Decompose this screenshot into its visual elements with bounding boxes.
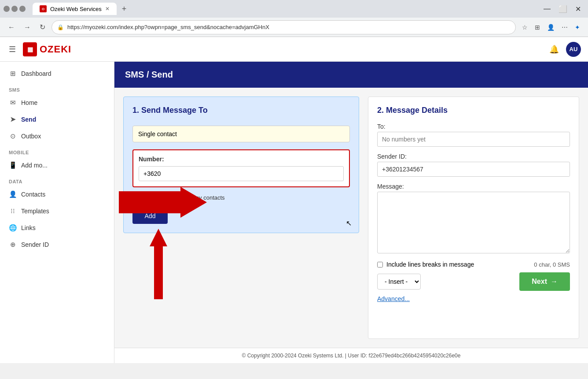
star-button[interactable]: ☆ (519, 22, 530, 33)
save-number-checkbox[interactable] (132, 195, 138, 201)
send-panel-wrapper: 1. Send Message To Single contact Multip… (123, 97, 359, 339)
address-bar[interactable]: 🔒 https://myozeki.com/index.php?owpn=pag… (51, 20, 516, 34)
content-area: SMS / Send (114, 62, 588, 363)
linebreaks-checkbox[interactable] (377, 262, 383, 268)
message-footer: Include lines breaks in message 0 char, … (377, 261, 570, 302)
refresh-button[interactable]: ↻ (37, 21, 48, 33)
number-input[interactable] (139, 166, 344, 181)
sidebar-item-links[interactable]: 🌐 Links (0, 219, 114, 236)
save-checkbox-row: Save this number to my contacts (132, 194, 350, 201)
char-count: 0 char, 0 SMS (534, 261, 570, 268)
sidebar-item-contacts[interactable]: 👤 Contacts (0, 186, 114, 203)
forward-button[interactable]: → (21, 22, 33, 33)
to-input[interactable] (377, 132, 570, 147)
browser-titlebar: O Ozeki Web Services ✕ + — ⬜ ✕ (0, 0, 588, 18)
add-mobile-icon: 📱 (9, 161, 17, 169)
sidebar-item-home-label: Home (21, 99, 37, 106)
minimize-button[interactable]: — (540, 3, 554, 15)
logo-icon: ▦ (23, 42, 37, 56)
window-controls: — ⬜ ✕ (540, 3, 584, 15)
lock-icon: 🔒 (57, 24, 64, 30)
linebreaks-row: Include lines breaks in message 0 char, … (377, 261, 570, 268)
copilot-button[interactable]: ✦ (572, 22, 583, 33)
number-group: Number: (132, 149, 350, 187)
sidebar-item-links-label: Links (21, 224, 36, 231)
dashboard-icon: ⊞ (9, 70, 17, 78)
main-layout: ⊞ Dashboard SMS ✉ Home ➤ Send ⊙ Outbox M… (0, 62, 588, 363)
sender-id-input[interactable] (377, 162, 570, 177)
tab-favicon: O (40, 5, 47, 12)
sidebar-item-outbox[interactable]: ⊙ Outbox (0, 128, 114, 145)
send-panel: 1. Send Message To Single contact Multip… (123, 97, 359, 233)
back-button[interactable]: ← (5, 22, 18, 33)
message-field-group: Message: (377, 183, 570, 255)
send-panel-title: 1. Send Message To (132, 106, 350, 115)
links-icon: 🌐 (9, 224, 17, 232)
extensions-button[interactable]: ⊞ (532, 22, 543, 33)
page-title: SMS / Send (125, 70, 173, 79)
mobile-section-label: Mobile (0, 145, 114, 157)
browser-tab[interactable]: O Ozeki Web Services ✕ (33, 3, 117, 15)
notifications-button[interactable]: 🔔 (548, 43, 561, 56)
sidebar-item-templates[interactable]: ⁝⁝ Templates (0, 203, 114, 219)
send-icon: ➤ (9, 115, 17, 123)
linebreaks-checkbox-group: Include lines breaks in message (377, 261, 474, 268)
page-header: SMS / Send (114, 62, 588, 88)
sender-id-label: Sender ID: (377, 153, 570, 160)
logo-text: OZEKI (40, 44, 71, 55)
tab-close-button[interactable]: ✕ (105, 6, 110, 12)
sender-id-field-group: Sender ID: (377, 153, 570, 177)
save-number-label: Save this number to my contacts (142, 194, 225, 201)
hamburger-menu-button[interactable]: ☰ (7, 43, 18, 56)
contact-type-wrapper: Single contact Multiple contacts Group (132, 126, 350, 142)
sidebar-item-dashboard[interactable]: ⊞ Dashboard (0, 65, 114, 82)
message-textarea[interactable] (377, 192, 570, 253)
sidebar-item-templates-label: Templates (21, 208, 49, 215)
app-footer: © Copyright 2000-2024 Ozeki Systems Ltd.… (114, 348, 588, 363)
cursor-indicator: ↖ (346, 219, 352, 227)
home-icon: ✉ (9, 99, 17, 107)
sidebar-item-contacts-label: Contacts (21, 191, 45, 198)
sidebar-item-add-mobile[interactable]: 📱 Add mo... (0, 157, 114, 174)
insert-select[interactable]: - Insert - (377, 274, 421, 290)
ozeki-logo: ▦ OZEKI (23, 42, 71, 56)
message-panel-title: 2. Message Details (377, 106, 570, 115)
bottom-actions-row: - Insert - Next → (377, 272, 570, 291)
sidebar-item-add-mobile-label: Add mo... (21, 162, 48, 169)
app-container: ☰ ▦ OZEKI 🔔 AU ⊞ Dashboard SMS ✉ (0, 37, 588, 363)
footer-text: © Copyright 2000-2024 Ozeki Systems Ltd.… (242, 353, 461, 359)
templates-icon: ⁝⁝ (9, 207, 17, 215)
browser-frame: O Ozeki Web Services ✕ + — ⬜ ✕ ← → ↻ 🔒 h… (0, 0, 588, 379)
message-label: Message: (377, 183, 570, 190)
contact-type-select[interactable]: Single contact Multiple contacts Group (132, 126, 350, 142)
settings-button[interactable]: ⋯ (559, 22, 570, 33)
contacts-icon: 👤 (9, 190, 17, 198)
add-button-wrapper: Add ↖ (132, 208, 350, 224)
profile-button[interactable]: 👤 (544, 22, 557, 33)
new-tab-button[interactable]: + (118, 4, 130, 14)
to-field-group: To: (377, 123, 570, 147)
browser-toolbar: ← → ↻ 🔒 https://myozeki.com/index.php?ow… (0, 18, 588, 37)
add-button[interactable]: Add (132, 208, 168, 224)
to-label: To: (377, 123, 570, 130)
sidebar-item-sender-id[interactable]: ⊕ Sender ID (0, 236, 114, 253)
sender-id-icon: ⊕ (9, 241, 17, 249)
sidebar-item-sender-id-label: Sender ID (21, 241, 49, 248)
browser-actions: ☆ ⊞ 👤 ⋯ ✦ (519, 22, 583, 33)
next-arrow-icon: → (551, 278, 558, 286)
next-button[interactable]: Next → (519, 272, 570, 291)
advanced-link[interactable]: Advanced... (377, 295, 570, 302)
close-button[interactable]: ✕ (572, 3, 584, 15)
sidebar-item-outbox-label: Outbox (21, 133, 41, 140)
linebreaks-label: Include lines breaks in message (386, 261, 474, 268)
page-body: 1. Send Message To Single contact Multip… (114, 88, 588, 348)
url-text: https://myozeki.com/index.php?owpn=page_… (67, 24, 510, 30)
sidebar-item-home[interactable]: ✉ Home (0, 94, 114, 111)
user-avatar[interactable]: AU (566, 42, 581, 57)
sidebar-item-dashboard-label: Dashboard (21, 70, 51, 77)
sidebar: ⊞ Dashboard SMS ✉ Home ➤ Send ⊙ Outbox M… (0, 62, 114, 363)
sidebar-item-send[interactable]: ➤ Send (0, 111, 114, 128)
message-panel: 2. Message Details To: Sender ID: Messag… (368, 97, 579, 339)
maximize-button[interactable]: ⬜ (555, 3, 571, 15)
outbox-icon: ⊙ (9, 132, 17, 140)
